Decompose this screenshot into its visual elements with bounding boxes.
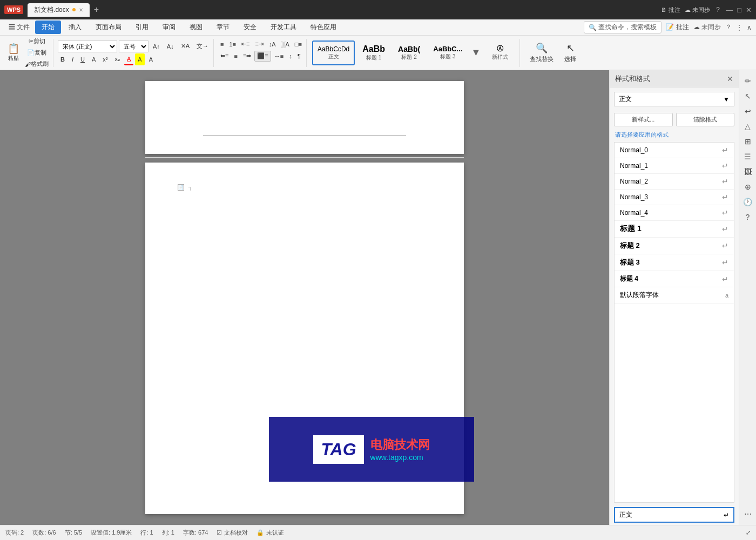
- subscript-button[interactable]: x₂: [112, 53, 123, 65]
- style-dropdown[interactable]: 正文 ▼: [614, 92, 734, 106]
- sort-btn[interactable]: ↕: [287, 51, 294, 62]
- style-item-normal1[interactable]: Normal_1 ↵: [615, 158, 734, 174]
- style-item-heading1[interactable]: 标题 1 ↵: [615, 221, 734, 238]
- collapse-ribbon-btn[interactable]: ∧: [747, 24, 752, 31]
- font-size-select[interactable]: 五号: [119, 40, 148, 52]
- title-bar-left: WPS 新文档.docx ✕ +: [4, 3, 99, 17]
- style-normal[interactable]: AaBbCcDd 正文: [312, 40, 355, 65]
- style-item-normal3[interactable]: Normal_3 ↵: [615, 190, 734, 205]
- indent-decrease-btn[interactable]: ⇤≡: [239, 39, 252, 50]
- cut-button[interactable]: ✂ 剪切: [23, 36, 51, 47]
- tab-devtools[interactable]: 开发工具: [264, 21, 303, 34]
- shading-btn[interactable]: ░A: [279, 39, 292, 50]
- superscript-button[interactable]: x²: [100, 53, 110, 65]
- style-item-heading4[interactable]: 标题 4 ↵: [615, 271, 734, 287]
- bullet-list-btn[interactable]: ≡: [218, 39, 226, 50]
- clear-format-panel-btn[interactable]: 清除格式: [676, 113, 735, 126]
- align-right-btn[interactable]: ≡➡: [241, 51, 253, 62]
- styles-more-button[interactable]: ▼: [470, 46, 482, 59]
- strikethrough-button[interactable]: A: [89, 53, 98, 65]
- auth-status[interactable]: 🔒 未认证: [256, 529, 284, 537]
- side-help-icon[interactable]: ?: [741, 211, 754, 224]
- tab-special[interactable]: 特色应用: [304, 21, 343, 34]
- new-style-btn[interactable]: Ⓐ 新样式: [484, 40, 516, 65]
- font-color-button[interactable]: A: [124, 53, 133, 65]
- highlight-button[interactable]: A: [135, 53, 144, 65]
- side-clock-icon[interactable]: 🕐: [741, 195, 754, 208]
- document-tab[interactable]: 新文档.docx ✕: [28, 3, 90, 17]
- style-item-normal2[interactable]: Normal_2 ↵: [615, 174, 734, 190]
- review-button[interactable]: 🗎 批注: [661, 6, 680, 14]
- font-size-increase[interactable]: A↑: [150, 40, 163, 52]
- expand-btn[interactable]: ⤢: [746, 529, 751, 536]
- style-item-heading3[interactable]: 标题 3 ↵: [615, 254, 734, 271]
- sync-button[interactable]: ☁ 未同步: [685, 6, 710, 14]
- style-item-normal0[interactable]: Normal_0 ↵: [615, 143, 734, 158]
- tab-view[interactable]: 视图: [183, 21, 209, 34]
- show-mark-btn[interactable]: ¶: [295, 51, 303, 62]
- current-style-box[interactable]: 正文 ↵: [614, 507, 734, 523]
- tab-references[interactable]: 引用: [129, 21, 155, 34]
- style-item-heading2[interactable]: 标题 2 ↵: [615, 238, 734, 254]
- search-command[interactable]: 🔍 查找命令，搜索模板: [584, 21, 662, 33]
- tab-review[interactable]: 审阅: [156, 21, 182, 34]
- style-item-normal4[interactable]: Normal_4 ↵: [615, 205, 734, 221]
- add-tab-button[interactable]: +: [94, 5, 99, 15]
- style-heading1[interactable]: AaBb 标题 1: [357, 40, 390, 65]
- numbered-list-btn[interactable]: 1≡: [227, 39, 238, 50]
- file-check[interactable]: ☑ 文档校对: [217, 529, 248, 537]
- side-refresh-icon[interactable]: ↩: [741, 105, 754, 118]
- align-center-btn[interactable]: ≡: [232, 51, 239, 62]
- side-table-icon[interactable]: ⊞: [741, 135, 754, 148]
- paste-button[interactable]: 📋 粘贴: [5, 41, 22, 65]
- side-circle-icon[interactable]: ⊕: [741, 180, 754, 193]
- side-edit-icon[interactable]: ✏: [741, 75, 754, 87]
- tab-page-layout[interactable]: 页面布局: [89, 21, 128, 34]
- review-btn[interactable]: 📝 批注: [666, 23, 688, 32]
- panel-close-button[interactable]: ✕: [727, 75, 733, 83]
- italic-button[interactable]: I: [69, 53, 76, 65]
- select-button[interactable]: ↖ 选择: [560, 41, 580, 65]
- format-painter-button[interactable]: 🖌 格式刷: [23, 59, 51, 70]
- minimize-button[interactable]: —: [726, 6, 733, 14]
- style-normal2-label: Normal_2: [620, 178, 648, 185]
- clear-format-btn[interactable]: ✕A: [178, 40, 192, 52]
- side-more-icon[interactable]: ⋯: [741, 508, 754, 521]
- tab-insert[interactable]: 插入: [62, 21, 88, 34]
- help-button[interactable]: ？: [714, 5, 721, 15]
- tab-close-icon[interactable]: ✕: [79, 7, 83, 13]
- more-btn[interactable]: ⋮: [736, 24, 742, 31]
- line-spacing-btn[interactable]: ↕A: [267, 39, 278, 50]
- indent-increase-btn[interactable]: ≡⇥: [253, 39, 265, 50]
- style-item-default-para[interactable]: 默认段落字体 a: [615, 287, 734, 303]
- align-left-btn[interactable]: ⬅≡: [218, 51, 231, 62]
- font-size-decrease[interactable]: A↓: [164, 40, 177, 52]
- sync-btn[interactable]: ☁ 未同步: [693, 23, 721, 32]
- side-image-icon[interactable]: 🖼: [741, 165, 754, 178]
- help-btn[interactable]: ？: [725, 23, 732, 32]
- style-heading2[interactable]: AaBb( 标题 2: [393, 40, 426, 65]
- find-replace-button[interactable]: 🔍 查找替换: [525, 41, 558, 65]
- copy-button[interactable]: 📄 复制: [23, 48, 51, 58]
- border-btn[interactable]: □≡: [293, 39, 304, 50]
- bold-button[interactable]: B: [58, 53, 68, 65]
- tab-home[interactable]: 开始: [35, 21, 61, 34]
- side-triangle-icon[interactable]: △: [741, 120, 754, 133]
- pinyin-btn[interactable]: 文→: [194, 40, 211, 52]
- font-name-select[interactable]: 宋体 (正文): [58, 40, 117, 52]
- tab-security[interactable]: 安全: [237, 21, 263, 34]
- new-style-panel-btn[interactable]: 新样式...: [614, 113, 673, 126]
- distributed-btn[interactable]: ↔≡: [272, 51, 286, 62]
- file-menu[interactable]: ☰ 文件: [4, 21, 34, 34]
- justify-btn[interactable]: ⬛≡: [254, 51, 271, 62]
- tag-site-url: www.tagxp.com: [370, 453, 430, 462]
- close-button[interactable]: ✕: [746, 6, 752, 14]
- tab-section[interactable]: 章节: [210, 21, 236, 34]
- underline-button[interactable]: U: [78, 53, 87, 65]
- side-list-icon[interactable]: ☰: [741, 150, 754, 163]
- style-heading3[interactable]: AaBbC... 标题 3: [428, 40, 468, 65]
- side-cursor-icon[interactable]: ↖: [741, 90, 754, 103]
- maximize-button[interactable]: □: [737, 6, 741, 14]
- font-btn2[interactable]: A: [146, 53, 156, 65]
- document-area[interactable]: 5 📄 ┐ TAG 电脑技术网 www.tagxp.com: [0, 70, 609, 525]
